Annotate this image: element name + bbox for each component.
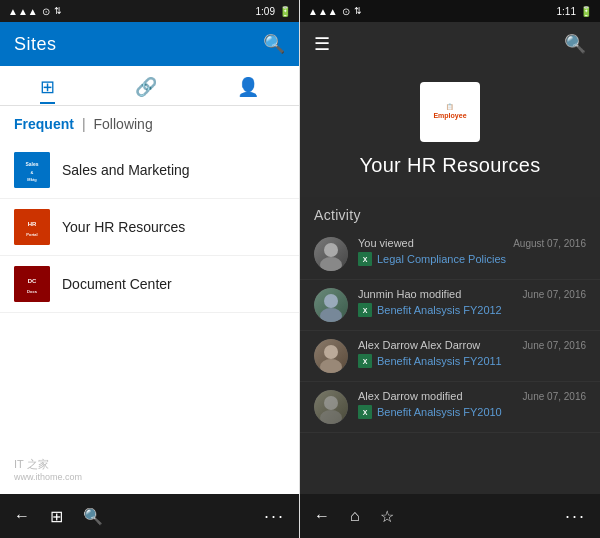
activity-filename-2: Benefit Analsysis FY2012 [377,304,502,316]
activity-date-2: June 07, 2016 [523,289,586,300]
right-header: ☰ 🔍 [300,22,600,66]
left-search-button[interactable]: 🔍 [263,33,285,55]
svg-rect-4 [14,209,50,245]
right-status-icons: ▲▲▲ ⊙ ⇅ [308,6,362,17]
avatar-3 [314,339,348,373]
back-button[interactable]: ← [14,507,30,525]
site-item-hr[interactable]: HR Portal Your HR Resources [0,199,299,256]
activity-filename-1: Legal Compliance Policies [377,253,506,265]
right-status-right: 1:11 🔋 [557,6,592,17]
filter-bar: Frequent | Following [0,106,299,142]
svg-point-16 [324,396,338,410]
right-battery-icon: 🔋 [580,6,592,17]
avatar-4 [314,390,348,424]
svg-text:&: & [31,170,34,175]
svg-text:Sales: Sales [25,161,38,167]
svg-point-15 [320,359,342,373]
activity-meta-1: You viewed August 07, 2016 [358,237,586,249]
left-panel: ▲▲▲ ⊙ ⇅ 1:09 🔋 Sites 🔍 ⊞ 🔗 👤 Frequent | … [0,0,300,538]
right-activity: Activity You viewed August 07, 2016 X [300,197,600,494]
activity-who-2: Junmin Hao modified [358,288,461,300]
file-icon-4: X [358,405,372,419]
right-bottom-bar: ← ⌂ ☆ ··· [300,494,600,538]
tab-sites-link[interactable]: 🔗 [135,76,157,104]
right-wifi-icon: ⊙ [342,6,350,17]
site-name-dc: Document Center [62,276,172,292]
right-data-icon: ⇅ [354,6,362,16]
hamburger-button[interactable]: ☰ [314,33,330,55]
site-thumb-hr: HR Portal [14,209,50,245]
activity-content-1: You viewed August 07, 2016 X Legal Compl… [358,237,586,266]
activity-who-3: Alex Darrow Alex Darrow [358,339,480,351]
site-thumb-sales: Sales & Mktg [14,152,50,188]
right-status-bar: ▲▲▲ ⊙ ⇅ 1:11 🔋 [300,0,600,22]
right-search-button[interactable]: 🔍 [564,33,586,55]
activity-item-3[interactable]: Alex Darrow Alex Darrow June 07, 2016 X … [300,331,600,382]
wifi-icon: ⊙ [42,6,50,17]
filter-following[interactable]: Following [94,116,153,132]
activity-filename-3: Benefit Analsysis FY2011 [377,355,502,367]
left-header-title: Sites [14,34,57,55]
activity-meta-2: Junmin Hao modified June 07, 2016 [358,288,586,300]
right-back-button[interactable]: ← [314,507,330,525]
avatar-1 [314,237,348,271]
right-more-button[interactable]: ··· [565,506,586,527]
left-status-right: 1:09 🔋 [256,6,291,17]
svg-point-14 [324,345,338,359]
svg-rect-7 [14,266,50,302]
activity-meta-3: Alex Darrow Alex Darrow June 07, 2016 [358,339,586,351]
left-bottom-bar: ← ⊞ 🔍 ··· [0,494,299,538]
right-star-button[interactable]: ☆ [380,507,394,526]
svg-point-12 [324,294,338,308]
svg-point-10 [324,243,338,257]
left-status-icons: ▲▲▲ ⊙ ⇅ [8,6,62,17]
site-thumb-dc: DC Docs [14,266,50,302]
site-item-sales[interactable]: Sales & Mktg Sales and Marketing [0,142,299,199]
filter-frequent[interactable]: Frequent [14,116,74,132]
right-home-button[interactable]: ⌂ [350,507,360,525]
right-signal-icon: ▲▲▲ [308,6,338,17]
svg-point-11 [320,257,342,271]
right-hero: 📋 Employee Your HR Resources [300,66,600,197]
activity-content-4: Alex Darrow modified June 07, 2016 X Ben… [358,390,586,419]
svg-point-17 [320,410,342,424]
home-button[interactable]: ⊞ [50,507,63,526]
file-icon-1: X [358,252,372,266]
svg-text:Docs: Docs [27,289,38,294]
data-icon: ⇅ [54,6,62,16]
activity-who-4: Alex Darrow modified [358,390,463,402]
activity-content-2: Junmin Hao modified June 07, 2016 X Bene… [358,288,586,317]
svg-point-13 [320,308,342,322]
more-button[interactable]: ··· [264,506,285,527]
right-time-display: 1:11 [557,6,576,17]
search-button-bottom[interactable]: 🔍 [83,507,103,526]
filter-separator: | [82,116,86,132]
right-nav-actions: ← ⌂ ☆ [314,507,394,526]
activity-file-3: X Benefit Analsysis FY2011 [358,354,586,368]
signal-icon: ▲▲▲ [8,6,38,17]
svg-text:Portal: Portal [26,232,37,237]
svg-text:DC: DC [28,278,37,284]
activity-item-4[interactable]: Alex Darrow modified June 07, 2016 X Ben… [300,382,600,433]
activity-who-1: You viewed [358,237,414,249]
tab-sites-grid[interactable]: ⊞ [40,76,55,104]
tab-sites-people[interactable]: 👤 [237,76,259,104]
svg-text:Mktg: Mktg [27,177,37,182]
activity-item-1[interactable]: You viewed August 07, 2016 X Legal Compl… [300,229,600,280]
left-status-bar: ▲▲▲ ⊙ ⇅ 1:09 🔋 [0,0,299,22]
activity-file-2: X Benefit Analsysis FY2012 [358,303,586,317]
activity-file-4: X Benefit Analsysis FY2010 [358,405,586,419]
site-list: Sales & Mktg Sales and Marketing HR Port… [0,142,299,494]
site-name-sales: Sales and Marketing [62,162,190,178]
avatar-2 [314,288,348,322]
left-tabs: ⊞ 🔗 👤 [0,66,299,106]
hero-title: Your HR Resources [359,154,540,177]
right-panel: ▲▲▲ ⊙ ⇅ 1:11 🔋 ☰ 🔍 📋 Employee Your HR Re… [300,0,600,538]
time-display: 1:09 [256,6,275,17]
site-item-dc[interactable]: DC Docs Document Center [0,256,299,313]
activity-item-2[interactable]: Junmin Hao modified June 07, 2016 X Bene… [300,280,600,331]
activity-date-1: August 07, 2016 [513,238,586,249]
battery-icon: 🔋 [279,6,291,17]
left-nav-actions: ← ⊞ 🔍 [14,507,103,526]
hero-logo-text: 📋 Employee [433,104,466,121]
